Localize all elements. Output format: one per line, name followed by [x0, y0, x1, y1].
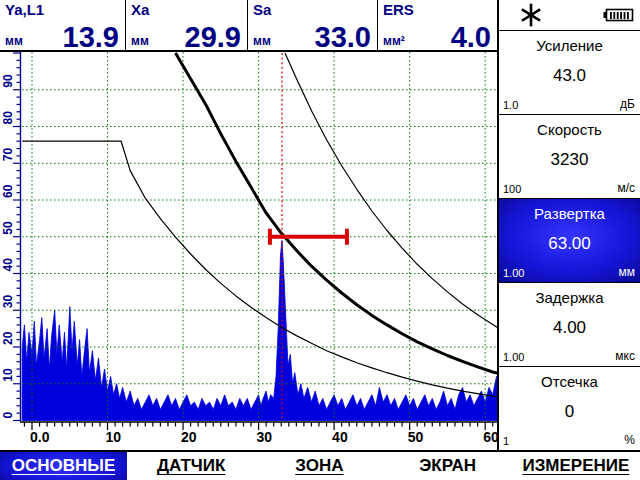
svg-text:70: 70: [1, 148, 15, 162]
measurement-ya: Ya,L1 мм 13.9: [0, 0, 126, 50]
param-velocity[interactable]: Скорость 3230 100 м/с: [499, 115, 640, 199]
svg-text:50: 50: [1, 221, 15, 235]
svg-text:60: 60: [483, 429, 497, 445]
menu-tab-probe[interactable]: ДАТЧИК: [127, 452, 255, 480]
measurement-label: Ya,L1: [5, 1, 44, 18]
svg-text:60: 60: [1, 184, 15, 198]
param-value: 3230: [499, 150, 640, 170]
svg-text:10: 10: [106, 429, 122, 445]
measurement-value: 4.0: [451, 22, 491, 52]
param-label: Развертка: [499, 199, 640, 222]
param-label: Скорость: [499, 115, 640, 138]
menu-tab-label: ОСНОВНЫЕ: [12, 456, 116, 476]
param-gain[interactable]: Усиление 43.0 1.0 дБ: [499, 31, 640, 115]
ascan-chart: 01020304050607080900.0102030405060: [0, 52, 497, 450]
svg-text:40: 40: [1, 258, 15, 272]
param-step: 1.00: [503, 351, 524, 363]
param-unit: мм: [619, 265, 636, 279]
measurement-label: Sa: [253, 1, 271, 18]
measurement-unit: мм: [253, 34, 271, 48]
svg-text:0: 0: [1, 412, 15, 419]
param-range[interactable]: Развертка 63.00 1.00 мм: [499, 199, 640, 283]
menu-tab-measure[interactable]: ИЗМЕРЕНИЕ: [512, 452, 640, 480]
param-unit: %: [624, 433, 635, 447]
param-value: 4.00: [499, 318, 640, 338]
measurement-bar: Ya,L1 мм 13.9 Xa мм 29.9 Sa мм 33.0 ERS …: [0, 0, 497, 52]
svg-text:20: 20: [181, 429, 197, 445]
status-icons-row: [499, 0, 640, 31]
param-step: 1: [503, 435, 509, 447]
flaw-detector-screen: Ya,L1 мм 13.9 Xa мм 29.9 Sa мм 33.0 ERS …: [0, 0, 640, 480]
measurement-ers: ERS мм² 4.0: [378, 0, 497, 50]
measurement-value: 13.9: [63, 22, 119, 52]
svg-text:30: 30: [1, 295, 15, 309]
menu-tab-display[interactable]: ЭКРАН: [384, 452, 512, 480]
param-label: Отсечка: [499, 367, 640, 390]
svg-text:50: 50: [408, 429, 424, 445]
param-value: 63.00: [499, 234, 640, 254]
menu-tab-label: ЭКРАН: [419, 456, 476, 476]
measurement-unit: мм: [131, 34, 149, 48]
measurement-unit: мм: [5, 34, 23, 48]
param-step: 1.00: [503, 267, 524, 279]
measurement-xa: Xa мм 29.9: [126, 0, 248, 50]
svg-text:40: 40: [332, 429, 348, 445]
battery-icon: [603, 8, 634, 22]
measurement-label: ERS: [383, 1, 414, 18]
param-value: 0: [499, 402, 640, 422]
svg-text:20: 20: [1, 331, 15, 345]
param-label: Задержка: [499, 283, 640, 306]
main-menu-bar: ОСНОВНЫЕ ДАТЧИК ЗОНА ЭКРАН ИЗМЕРЕНИЕ: [0, 450, 640, 480]
svg-text:80: 80: [1, 111, 15, 125]
menu-tab-label: ИЗМЕРЕНИЕ: [522, 456, 629, 476]
menu-tab-zone[interactable]: ЗОНА: [255, 452, 383, 480]
svg-text:30: 30: [257, 429, 273, 445]
param-step: 1.0: [503, 99, 518, 111]
param-unit: дБ: [620, 97, 635, 111]
measurement-sa: Sa мм 33.0: [248, 0, 378, 50]
param-label: Усиление: [499, 31, 640, 54]
measurement-value: 33.0: [315, 22, 371, 52]
param-step: 100: [503, 183, 521, 195]
param-value: 43.0: [499, 66, 640, 86]
param-delay[interactable]: Задержка 4.00 1.00 мкс: [499, 283, 640, 367]
menu-tab-label: ЗОНА: [295, 456, 343, 476]
menu-tab-label: ДАТЧИК: [157, 456, 225, 476]
param-unit: м/с: [617, 181, 635, 195]
svg-text:0.0: 0.0: [30, 429, 50, 445]
param-unit: мкс: [615, 349, 635, 363]
measurement-label: Xa: [131, 1, 149, 18]
measurement-value: 29.9: [185, 22, 241, 52]
parameter-sidebar: Усиление 43.0 1.0 дБ Скорость 3230 100 м…: [497, 0, 640, 450]
menu-tab-basic[interactable]: ОСНОВНЫЕ: [0, 452, 127, 480]
asterisk-icon: [519, 3, 543, 27]
measurement-unit: мм²: [383, 34, 405, 48]
svg-text:10: 10: [1, 368, 15, 382]
param-reject[interactable]: Отсечка 0 1 %: [499, 367, 640, 451]
svg-text:90: 90: [1, 74, 15, 88]
